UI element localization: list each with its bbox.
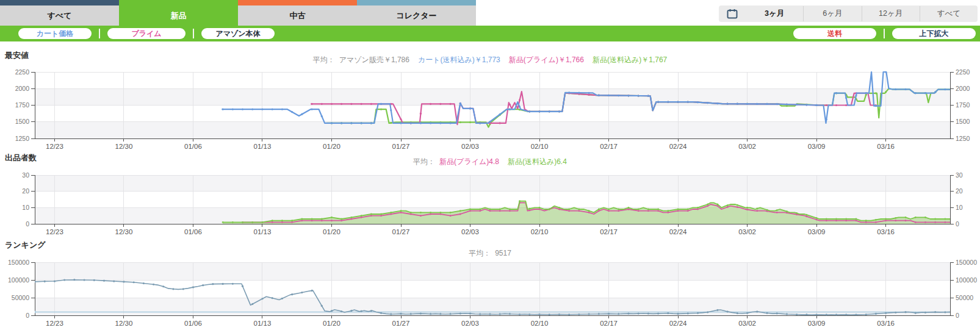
svg-text:02/10: 02/10 [531, 320, 549, 327]
tab-new[interactable]: 新品 [119, 0, 238, 26]
svg-text:02/10: 02/10 [531, 143, 549, 150]
svg-text:03/16: 03/16 [877, 320, 895, 327]
range-12months[interactable]: 12ヶ月 [862, 6, 920, 21]
svg-text:2250: 2250 [956, 68, 970, 76]
range-all[interactable]: すべて [920, 6, 978, 21]
tab-used-stripe [238, 0, 357, 5]
svg-text:2250: 2250 [15, 68, 30, 76]
svg-text:02/03: 02/03 [461, 228, 479, 235]
svg-text:01/13: 01/13 [254, 143, 272, 150]
svg-text:1500: 1500 [956, 118, 970, 125]
sales-rank-chart-plot[interactable]: 00500005000010000010000015000015000012/2… [0, 237, 980, 330]
svg-text:01/27: 01/27 [392, 320, 410, 327]
seller-count-chart: 出品者数 平均：新品(プライム)4.8新品(送料込み)6.4 001010202… [0, 150, 980, 237]
series-toggle-toolbar: カート価格 プライム アマゾン本体 送料 上下拡大 [0, 26, 980, 41]
svg-text:01/13: 01/13 [254, 320, 272, 327]
tab-all-stripe [0, 0, 119, 5]
range-3months[interactable]: 3ヶ月 [746, 6, 803, 21]
svg-text:02/24: 02/24 [669, 320, 687, 327]
svg-text:03/02: 03/02 [738, 320, 756, 327]
svg-text:03/02: 03/02 [738, 228, 756, 235]
svg-text:1500: 1500 [15, 118, 30, 125]
svg-text:03/09: 03/09 [808, 320, 826, 327]
svg-text:100000: 100000 [8, 276, 29, 284]
tab-collector[interactable]: コレクター [357, 0, 476, 26]
sales-rank-chart: ランキング 平均：9517 00500005000010000010000015… [0, 237, 980, 330]
svg-text:02/24: 02/24 [669, 143, 687, 150]
svg-text:12/23: 12/23 [46, 143, 63, 150]
svg-text:1250: 1250 [956, 135, 970, 142]
svg-text:12/30: 12/30 [115, 143, 133, 150]
svg-text:1750: 1750 [956, 101, 970, 109]
svg-text:01/06: 01/06 [184, 228, 202, 235]
svg-text:150000: 150000 [956, 259, 977, 266]
tab-collector-label: コレクター [357, 5, 476, 26]
svg-text:02/17: 02/17 [600, 320, 618, 327]
svg-text:10: 10 [956, 204, 963, 211]
svg-text:01/06: 01/06 [184, 143, 202, 150]
price-tracker-page: { "header": { "tabs": [ { "label": "すべて"… [0, 0, 980, 330]
tab-used-label: 中古 [238, 5, 357, 26]
svg-text:10: 10 [22, 204, 29, 211]
svg-text:03/09: 03/09 [808, 143, 826, 150]
svg-text:0: 0 [26, 220, 29, 228]
svg-text:02/17: 02/17 [600, 228, 618, 235]
tab-all[interactable]: すべて [0, 0, 119, 26]
svg-text:0: 0 [26, 312, 29, 319]
svg-text:20: 20 [956, 187, 963, 195]
svg-text:20: 20 [22, 187, 29, 195]
svg-text:1750: 1750 [15, 101, 30, 109]
tab-all-label: すべて [0, 5, 119, 26]
svg-text:30: 30 [956, 171, 963, 179]
svg-text:12/23: 12/23 [46, 228, 63, 235]
prime-toggle[interactable]: プライム [107, 28, 186, 39]
svg-text:03/09: 03/09 [808, 228, 826, 235]
zoom-vertical-toggle[interactable]: 上下拡大 [892, 28, 976, 39]
svg-text:2000: 2000 [15, 85, 30, 92]
svg-text:100000: 100000 [956, 276, 977, 284]
svg-text:0: 0 [956, 312, 959, 319]
calendar-icon[interactable] [719, 9, 746, 19]
range-6months[interactable]: 6ヶ月 [803, 6, 861, 21]
svg-text:01/06: 01/06 [184, 320, 202, 327]
svg-text:0: 0 [956, 220, 959, 228]
svg-text:30: 30 [22, 171, 29, 179]
tab-new-label: 新品 [119, 5, 238, 26]
svg-text:50000: 50000 [12, 294, 29, 301]
svg-text:01/13: 01/13 [254, 228, 272, 235]
cart-price-toggle[interactable]: カート価格 [18, 28, 92, 39]
shipping-toggle[interactable]: 送料 [793, 28, 876, 39]
svg-text:03/02: 03/02 [738, 143, 756, 150]
svg-text:02/03: 02/03 [461, 320, 479, 327]
lowest-price-chart-plot[interactable]: 1250125015001500175017502000200022502250… [0, 41, 980, 150]
tab-used[interactable]: 中古 [238, 0, 357, 26]
svg-text:1250: 1250 [15, 135, 30, 142]
svg-text:02/10: 02/10 [531, 228, 549, 235]
svg-text:12/30: 12/30 [115, 320, 133, 327]
svg-text:01/27: 01/27 [392, 143, 410, 150]
svg-text:01/27: 01/27 [392, 228, 410, 235]
svg-text:01/20: 01/20 [323, 143, 340, 150]
time-range-selector: 3ヶ月 6ヶ月 12ヶ月 すべて [719, 5, 978, 22]
amazon-toggle[interactable]: アマゾン本体 [201, 28, 275, 39]
seller-count-chart-plot[interactable]: 0010102020303012/2312/3001/0601/1301/200… [0, 150, 980, 237]
svg-text:01/20: 01/20 [323, 228, 340, 235]
svg-text:50000: 50000 [956, 294, 973, 301]
condition-tabs: すべて 新品 中古 コレクター [0, 0, 476, 26]
svg-text:01/20: 01/20 [323, 320, 340, 327]
toolbar-divider [99, 29, 100, 38]
svg-text:02/17: 02/17 [600, 143, 618, 150]
svg-text:03/16: 03/16 [877, 228, 895, 235]
tab-collector-stripe [357, 0, 476, 5]
tab-new-stripe [119, 0, 238, 5]
toolbar-divider [884, 29, 885, 38]
toolbar-divider [193, 29, 194, 38]
svg-text:12/23: 12/23 [46, 320, 63, 327]
svg-text:03/16: 03/16 [877, 143, 895, 150]
svg-text:02/24: 02/24 [669, 228, 687, 235]
svg-text:2000: 2000 [956, 85, 970, 92]
svg-text:150000: 150000 [8, 259, 29, 266]
lowest-price-chart: 最安値 平均：アマゾン販売￥1,786カート(送料込み)￥1,773新品(プライ… [0, 41, 980, 150]
svg-text:12/30: 12/30 [115, 228, 133, 235]
svg-text:02/03: 02/03 [461, 143, 479, 150]
